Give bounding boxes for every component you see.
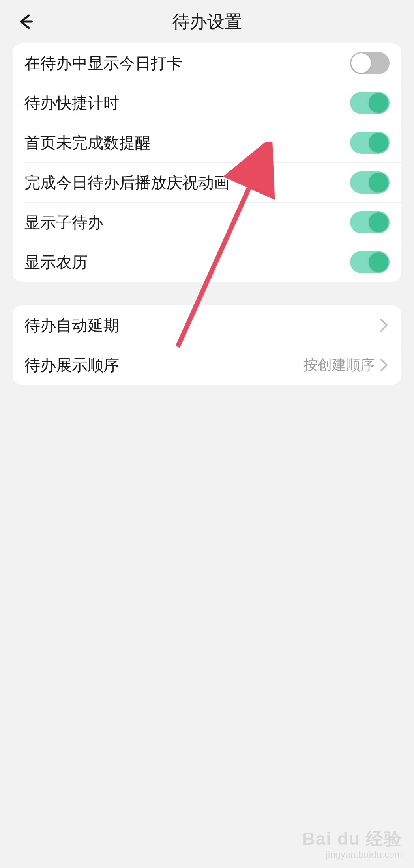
back-icon[interactable]	[16, 12, 36, 32]
toggle-celebration-animation[interactable]	[350, 171, 390, 194]
toggle-show-subtodos[interactable]	[350, 211, 390, 233]
toggle-show-lunar[interactable]	[350, 251, 390, 273]
switch-knob	[369, 252, 388, 272]
row-quick-timer[interactable]: 待办快捷计时	[13, 83, 401, 123]
row-label: 首页未完成数提醒	[24, 132, 151, 154]
row-label: 显示子待办	[24, 212, 103, 233]
row-display-order[interactable]: 待办展示顺序 按创建顺序	[13, 345, 401, 385]
section-options: 待办自动延期 待办展示顺序 按创建顺序	[13, 305, 401, 385]
switch-knob	[369, 212, 388, 232]
row-auto-postpone[interactable]: 待办自动延期	[13, 305, 401, 345]
switch-knob	[369, 93, 388, 113]
row-show-lunar[interactable]: 显示农历	[13, 242, 401, 282]
chevron-right-icon	[378, 359, 390, 371]
row-right	[375, 320, 390, 331]
row-label: 待办展示顺序	[24, 354, 119, 376]
switch-knob	[369, 133, 388, 153]
header: 待办设置	[0, 0, 414, 43]
toggle-quick-timer[interactable]	[350, 92, 390, 114]
chevron-right-icon	[378, 320, 390, 331]
toggle-show-today-checkin[interactable]	[350, 52, 390, 74]
row-show-subtodos[interactable]: 显示子待办	[13, 203, 401, 242]
row-label: 待办快捷计时	[24, 92, 119, 114]
row-label: 完成今日待办后播放庆祝动画	[24, 172, 230, 194]
row-right: 按创建顺序	[303, 356, 390, 375]
watermark-url: jingyan.baidu.com	[302, 849, 402, 860]
row-value: 按创建顺序	[303, 356, 375, 375]
row-show-today-checkin[interactable]: 在待办中显示今日打卡	[13, 43, 401, 83]
row-label: 在待办中显示今日打卡	[24, 52, 182, 74]
switch-knob	[369, 173, 388, 192]
switch-knob	[351, 53, 371, 73]
row-incomplete-reminder[interactable]: 首页未完成数提醒	[13, 123, 401, 162]
section-toggles: 在待办中显示今日打卡 待办快捷计时 首页未完成数提醒 完成今日待办后播放庆祝动画…	[13, 43, 401, 282]
row-celebration-animation[interactable]: 完成今日待办后播放庆祝动画	[13, 163, 401, 202]
page-title: 待办设置	[172, 10, 242, 34]
toggle-incomplete-reminder[interactable]	[350, 132, 390, 154]
watermark-brand: Bai du 经验	[302, 827, 402, 851]
watermark: Bai du 经验 jingyan.baidu.com	[302, 827, 402, 860]
row-label: 显示农历	[24, 251, 88, 273]
row-label: 待办自动延期	[24, 315, 119, 336]
